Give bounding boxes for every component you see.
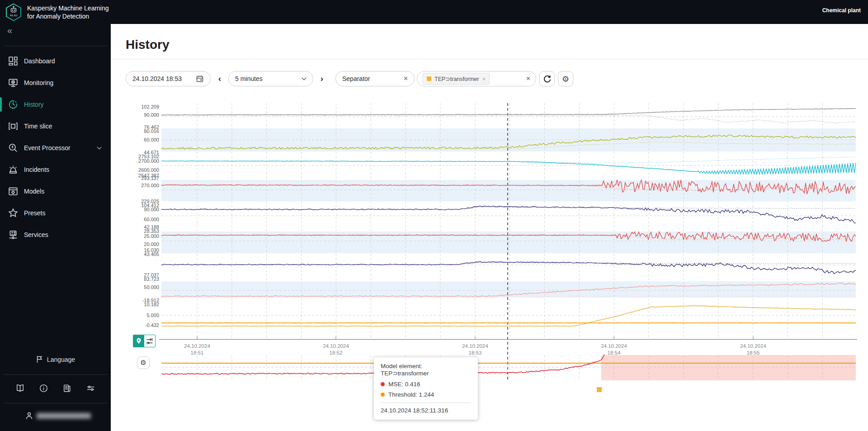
sidebar-item-label: History: [24, 101, 44, 108]
model-chip-label: TEP⊃transformer: [434, 76, 479, 82]
tooltip-mse-row: MSE: 0.416: [381, 381, 471, 388]
y-axis-label: 293.137: [113, 175, 159, 181]
pin-view-button[interactable]: [133, 335, 144, 347]
datetime-value: 24.10.2024 18:53: [132, 75, 182, 82]
tooltip-mse-value: MSE: 0.416: [388, 381, 420, 388]
element-filter-value: Separator: [342, 75, 370, 82]
sidebar-item-services[interactable]: Services: [0, 224, 111, 246]
chart-settings-button[interactable]: ⚙: [558, 71, 573, 86]
y-axis-label: 83.723: [113, 276, 159, 282]
interval-select[interactable]: 5 minutes: [228, 71, 313, 86]
dashboard-icon: [8, 56, 18, 66]
compare-arrows-icon: [146, 338, 153, 345]
monitoring-icon: [8, 78, 18, 88]
sidebar-divider: [4, 403, 107, 403]
model-filter-input[interactable]: TEP⊃transformer × ×: [417, 71, 536, 86]
user-icon: [25, 412, 33, 420]
sidebar-item-label: Dashboard: [24, 57, 55, 65]
settings-sliders-icon[interactable]: [86, 384, 95, 393]
clear-filter-icon[interactable]: ×: [404, 75, 408, 82]
mse-dot: [381, 382, 385, 386]
compare-scale-button[interactable]: [144, 335, 156, 347]
element-filter-input[interactable]: Separator ×: [335, 71, 415, 86]
tooltip-divider: [381, 403, 471, 403]
y-axis-label: 20.000: [113, 242, 159, 247]
language-button[interactable]: Language: [0, 352, 111, 367]
history-icon: [8, 99, 18, 109]
calendar-icon[interactable]: [196, 75, 204, 83]
mlad-logo-icon: MLAD: [5, 3, 23, 22]
y-axis-label: 10.182: [113, 302, 159, 308]
sidebar-item-label: Event Processor: [24, 144, 71, 152]
refresh-button[interactable]: [539, 71, 555, 86]
chevron-down-icon: [302, 77, 307, 81]
y-axis-label: 2700.000: [113, 158, 159, 164]
clear-models-icon[interactable]: ×: [526, 75, 530, 82]
mlad-history-page: « Dashboard Monitoring History Time slic…: [0, 0, 868, 431]
y-axis-label: 60.000: [113, 217, 159, 223]
mse-chart-settings-button[interactable]: ⚙: [137, 356, 150, 369]
services-icon: [8, 230, 18, 240]
svg-text:MLAD: MLAD: [10, 14, 18, 17]
sidebar-item-event-processor[interactable]: Event Processor: [0, 137, 111, 159]
pin-icon: [136, 337, 142, 345]
gear-icon: ⚙: [562, 74, 569, 84]
language-label: Language: [47, 356, 75, 363]
gear-icon: ⚙: [140, 359, 146, 367]
changelog-icon[interactable]: [62, 384, 72, 393]
sidebar-item-label: Monitoring: [24, 79, 53, 86]
sidebar-item-label: Time slice: [24, 123, 52, 130]
tooltip-timestamp: 24.10.2024 18:52:11.316: [381, 407, 471, 414]
sidebar-divider: [4, 374, 107, 375]
event-processor-icon: [8, 143, 18, 153]
prev-interval-button[interactable]: ‹: [215, 71, 225, 86]
y-axis-label: 90.000: [113, 207, 159, 213]
tooltip-title: Model element: TEP⊃transformer: [381, 363, 471, 377]
tooltip-threshold-row: Threshold: 1.244: [381, 391, 471, 398]
sidebar: « Dashboard Monitoring History Time slic…: [0, 0, 111, 431]
page-title: History: [126, 38, 169, 52]
model-chip[interactable]: TEP⊃transformer ×: [423, 73, 490, 85]
user-account[interactable]: [25, 412, 91, 420]
y-axis-label: 270.000: [113, 183, 159, 189]
sidebar-item-presets[interactable]: Presets: [0, 202, 111, 224]
y-axis-label: 60.000: [113, 137, 159, 143]
next-interval-button[interactable]: ›: [317, 71, 327, 86]
sidebar-item-dashboard[interactable]: Dashboard: [0, 50, 111, 72]
sidebar-item-label: Models: [24, 188, 44, 195]
y-axis-label: 102.209: [113, 104, 159, 110]
y-axis-label: 25.000: [113, 233, 159, 239]
sidebar-item-time-slice[interactable]: Time slice: [0, 115, 111, 137]
remove-chip-icon[interactable]: ×: [482, 76, 486, 82]
org-name: Chemical plant: [822, 7, 861, 14]
y-axis-label: 90.000: [113, 112, 159, 118]
time-slice-icon: [8, 121, 18, 131]
sidebar-item-history[interactable]: History: [0, 94, 111, 115]
app-title: Kaspersky Machine Learning for Anomaly D…: [27, 4, 109, 20]
sidebar-divider: [4, 46, 107, 46]
model-color-swatch: [427, 76, 431, 81]
toolbar: 24.10.2024 18:53 ‹ 5 minutes › Separator…: [126, 71, 573, 86]
sidebar-item-monitoring[interactable]: Monitoring: [0, 72, 111, 94]
y-axis-label: -0.432: [113, 322, 159, 328]
incidents-icon: [8, 165, 18, 175]
sidebar-item-models[interactable]: Models: [0, 180, 111, 202]
y-axis-label: 43.405: [113, 251, 159, 257]
refresh-icon: [543, 75, 552, 83]
sidebar-item-incidents[interactable]: Incidents: [0, 159, 111, 180]
tooltip-threshold-value: Threshold: 1.244: [388, 391, 434, 398]
sidebar-item-label: Incidents: [24, 166, 49, 173]
help-book-icon[interactable]: [15, 384, 25, 393]
threshold-dot: [381, 393, 385, 397]
presets-icon: [8, 208, 18, 218]
chevron-down-icon: [97, 147, 102, 150]
y-axis-label: 5.000: [113, 313, 159, 318]
y-axis-label: 80.016: [113, 128, 159, 134]
info-icon[interactable]: [39, 384, 48, 393]
sidebar-collapse-button[interactable]: «: [7, 25, 12, 36]
datetime-input[interactable]: 24.10.2024 18:53: [126, 71, 211, 86]
header-divider: [111, 59, 868, 59]
sidebar-nav: Dashboard Monitoring History Time slice …: [0, 50, 111, 246]
chart-view-toggle: [133, 335, 156, 347]
main-content: History 24.10.2024 18:53 ‹ 5 minutes › S…: [111, 24, 868, 431]
